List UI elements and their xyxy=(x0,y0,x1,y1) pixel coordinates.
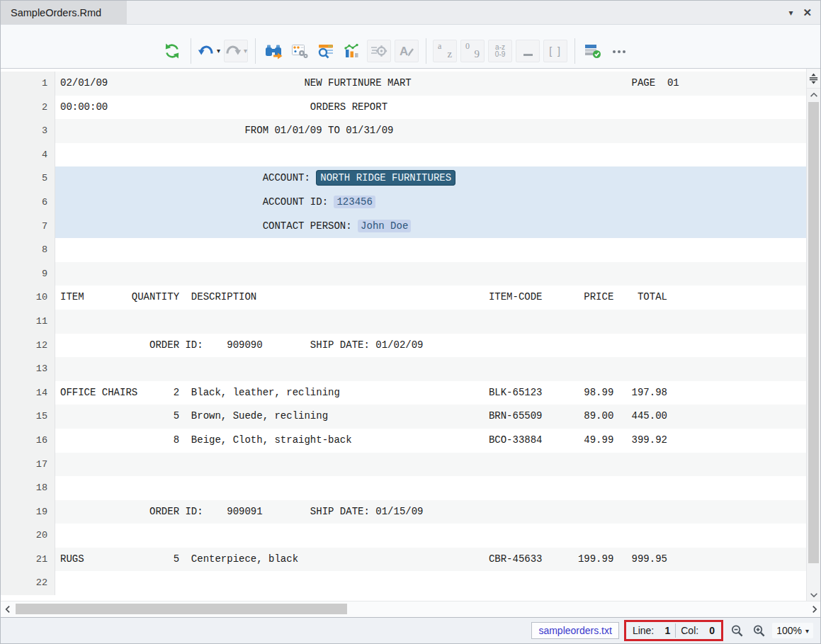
report-line-text[interactable] xyxy=(55,524,60,548)
find-binoculars-button[interactable] xyxy=(262,40,285,62)
report-line: 18 xyxy=(1,476,806,500)
report-line-text[interactable] xyxy=(55,262,60,286)
report-line: 3 FROM 01/01/09 TO 01/31/09 xyxy=(1,119,806,143)
tab-list-caret-icon[interactable]: ▾ xyxy=(788,8,793,18)
report-line: 5 ACCOUNT: NORTH RIDGE FURNITURES xyxy=(1,166,806,191)
field-highlight[interactable]: John Doe xyxy=(358,220,411,232)
report-line-text[interactable]: CONTACT PERSON: John Doe xyxy=(55,215,411,239)
report-line: 102/01/09 NEW FURTINURE MART PAGE 01 xyxy=(1,72,806,96)
line-number: 6 xyxy=(1,191,55,215)
report-line-text[interactable]: ORDER ID: 909091 SHIP DATE: 01/15/09 xyxy=(55,500,423,524)
report-line: 17 xyxy=(1,453,806,477)
line-number: 16 xyxy=(1,429,55,453)
report-line-text[interactable]: 8 Beige, Cloth, straight-back BCO-33884 … xyxy=(55,429,667,453)
report-line: 19 ORDER ID: 909091 SHIP DATE: 01/15/09 xyxy=(1,500,806,524)
status-divider xyxy=(675,623,676,638)
report-line-text[interactable] xyxy=(55,476,60,500)
redo-icon xyxy=(225,43,242,59)
underscore-button xyxy=(516,40,540,62)
report-text-segment: ORDER ID: 909090 SHIP DATE: 01/02/09 xyxy=(60,339,423,351)
report-line-text[interactable]: FROM 01/01/09 TO 01/31/09 xyxy=(55,119,393,143)
scroll-up-button[interactable] xyxy=(807,89,820,101)
report-line: 12 ORDER ID: 909090 SHIP DATE: 01/02/09 xyxy=(1,334,806,358)
source-file-name: sampleorders.txt xyxy=(538,625,611,636)
horizontal-scrollbar-track[interactable] xyxy=(13,601,808,617)
selected-field-highlight[interactable]: NORTH RIDGE FURNITURES xyxy=(316,170,455,186)
magnifier-minus-icon xyxy=(730,623,744,638)
report-text-segment: ORDER ID: 909091 SHIP DATE: 01/15/09 xyxy=(60,506,423,517)
horizontal-scrollbar-thumb[interactable] xyxy=(16,604,347,614)
toolbar-separator xyxy=(255,38,256,64)
report-text-segment: ITEM QUANTITY DESCRIPTION ITEM-CODE PRIC… xyxy=(60,291,667,303)
splitter-icon xyxy=(808,73,819,84)
report-text-segment: 00:00:00 ORDERS REPORT xyxy=(60,101,387,113)
zoom-in-button[interactable] xyxy=(750,622,767,639)
report-line-text[interactable] xyxy=(55,143,60,167)
scroll-down-button[interactable] xyxy=(807,589,820,601)
zoom-out-button[interactable] xyxy=(728,622,745,639)
report-search-button[interactable] xyxy=(315,40,337,62)
dropdown-caret-icon: ▾ xyxy=(244,47,247,55)
report-line-text[interactable] xyxy=(55,310,60,334)
zoom-level-dropdown[interactable]: 100% ▾ xyxy=(772,623,813,638)
tab-sampleorders[interactable]: SampleOrders.Rmd xyxy=(1,1,127,24)
report-line: 8 xyxy=(1,238,806,262)
scroll-right-button[interactable] xyxy=(808,604,820,614)
line-number: 4 xyxy=(1,143,55,167)
more-options-icon xyxy=(611,43,627,60)
horizontal-scrollbar[interactable] xyxy=(1,601,820,617)
report-line: 4 xyxy=(1,143,806,167)
toolbar-separator xyxy=(191,38,191,64)
vertical-scrollbar-thumb[interactable] xyxy=(808,102,819,563)
source-file-button[interactable]: sampleorders.txt xyxy=(531,622,618,639)
report-text-segment: OFFICE CHAIRS 2 Black, leather, reclinin… xyxy=(60,387,667,398)
report-line-text[interactable] xyxy=(55,571,60,595)
report-line-text[interactable]: OFFICE CHAIRS 2 Black, leather, reclinin… xyxy=(55,381,667,405)
report-line-text[interactable]: RUGS 5 Centerpiece, black CBR-45633 199.… xyxy=(55,548,667,572)
vertical-scrollbar[interactable] xyxy=(806,69,820,601)
auto-define-button xyxy=(367,40,391,62)
refresh-icon xyxy=(163,43,181,60)
field-options-button[interactable] xyxy=(288,40,311,62)
field-options-icon xyxy=(290,43,309,60)
vertical-scrollbar-track[interactable] xyxy=(807,101,820,589)
report-line-text[interactable]: 5 Brown, Suede, reclining BRN-65509 89.0… xyxy=(55,405,667,429)
report-line-text[interactable] xyxy=(55,238,60,262)
col-label: Col: xyxy=(681,625,698,636)
report-line-text[interactable] xyxy=(55,357,60,381)
sort-numbers-icon: 09 xyxy=(465,43,480,59)
font-edit-icon: A xyxy=(397,43,416,60)
report-line-text[interactable]: ACCOUNT: NORTH RIDGE FURNITURES xyxy=(55,166,455,191)
close-icon[interactable]: ✕ xyxy=(803,6,812,19)
chevron-right-icon xyxy=(811,604,817,614)
report-search-icon xyxy=(317,43,335,60)
svg-text:A: A xyxy=(400,45,408,58)
chart-button[interactable] xyxy=(341,40,363,62)
report-line: 21RUGS 5 Centerpiece, black CBR-45633 19… xyxy=(1,548,806,572)
report-line-text[interactable]: ORDER ID: 909090 SHIP DATE: 01/02/09 xyxy=(55,334,423,358)
report-line: 7 CONTACT PERSON: John Doe xyxy=(1,215,806,239)
report-line-text[interactable] xyxy=(55,453,60,477)
report-text-segment: ACCOUNT: xyxy=(60,172,316,183)
report-line-text[interactable]: 00:00:00 ORDERS REPORT xyxy=(55,96,387,120)
field-highlight[interactable]: 123456 xyxy=(334,196,375,208)
table-verify-button[interactable] xyxy=(582,40,604,62)
tab-title: SampleOrders.Rmd xyxy=(11,7,101,18)
tab-bar-controls: ▾ ✕ xyxy=(788,1,820,24)
line-number: 22 xyxy=(1,571,55,595)
report-text-segment: FROM 01/01/09 TO 01/31/09 xyxy=(60,125,393,136)
line-value: 1 xyxy=(659,625,670,636)
report-line-text[interactable]: ACCOUNT ID: 123456 xyxy=(55,191,375,215)
more-options-button[interactable] xyxy=(608,40,630,62)
refresh-button[interactable] xyxy=(161,40,183,62)
report-line-text[interactable]: 02/01/09 NEW FURTINURE MART PAGE 01 xyxy=(55,72,679,96)
dropdown-caret-icon[interactable]: ▾ xyxy=(217,47,220,55)
line-number: 20 xyxy=(1,524,55,548)
brackets-button: [ ] xyxy=(543,40,567,62)
line-number: 17 xyxy=(1,453,55,477)
scroll-left-button[interactable] xyxy=(1,604,13,614)
undo-button[interactable]: ▾ xyxy=(198,40,220,62)
split-view-button[interactable] xyxy=(807,69,820,89)
report-line-text[interactable]: ITEM QUANTITY DESCRIPTION ITEM-CODE PRIC… xyxy=(55,286,667,310)
chevron-down-icon: ▾ xyxy=(805,627,809,635)
